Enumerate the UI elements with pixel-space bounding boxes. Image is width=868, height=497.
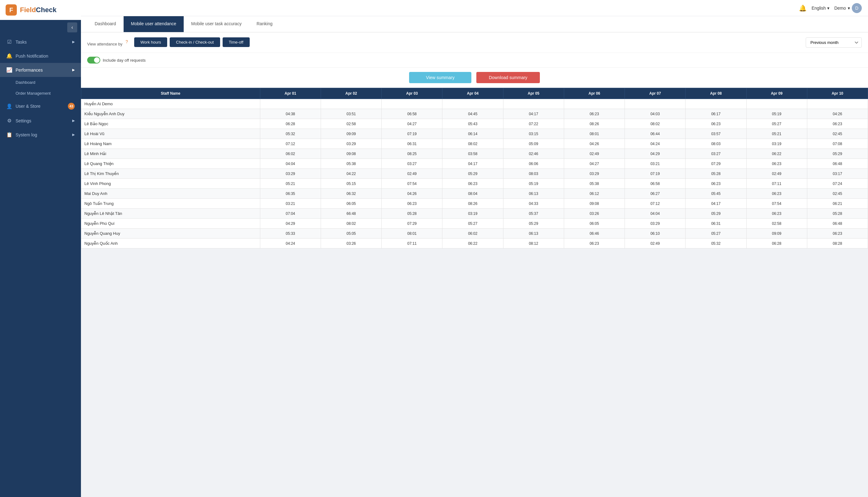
staff-name-cell: Nguyễn Quốc Anh — [81, 239, 260, 248]
staff-name-cell: Lê Thị Kim Thuyền — [81, 169, 260, 179]
attendance-cell: 03:51 — [321, 109, 381, 119]
attendance-cell: 04:29 — [260, 218, 321, 229]
sidebar-collapse-button[interactable]: ‹ — [67, 23, 77, 32]
attendance-cell: 05:43 — [443, 119, 503, 129]
sidebar-item-system-log[interactable]: 📋 System log ▶ — [0, 128, 81, 142]
attendance-cell — [260, 99, 321, 109]
attendance-cell: 06:23 — [807, 119, 868, 129]
notification-icon[interactable]: 🔔 — [799, 4, 807, 12]
filter-btn-time-off[interactable]: Time-off — [222, 37, 250, 47]
table-row: Lê Bảo Ngọc06:2802:5804:2705:4307:2208:2… — [81, 119, 868, 129]
col-header-apr-07: Apr 07 — [625, 88, 685, 99]
attendance-cell: 07:54 — [382, 179, 443, 189]
sidebar-item-performances[interactable]: 📈 Performances ▶ — [0, 63, 81, 77]
attendance-cell: 07:11 — [382, 239, 443, 248]
view-summary-button[interactable]: View summary — [409, 72, 471, 83]
staff-name-cell: Huyền Ai Demo — [81, 99, 260, 109]
attendance-cell: 08:01 — [564, 129, 624, 139]
attendance-cell: 02:45 — [807, 129, 868, 139]
attendance-cell: 03:29 — [625, 218, 685, 229]
sidebar-subitem-order-management[interactable]: Order Management — [0, 88, 81, 99]
attendance-cell: 04:33 — [503, 199, 564, 209]
attendance-cell: 03:27 — [382, 159, 443, 169]
attendance-cell: 04:04 — [625, 209, 685, 218]
col-header-staff-name: Staff Name — [81, 88, 260, 99]
user-menu[interactable]: Demo ▾ D — [834, 3, 862, 13]
performances-icon: 📈 — [6, 67, 12, 73]
filter-btn-check-in-checkout[interactable]: Check-in / Check-out — [170, 37, 220, 47]
attendance-cell: 07:19 — [382, 129, 443, 139]
attendance-cell: 06:46 — [564, 229, 624, 239]
sidebar-subitem-dashboard[interactable]: Dashboard — [0, 77, 81, 88]
tasks-icon: ☑ — [6, 39, 12, 45]
attendance-cell: 07:22 — [503, 119, 564, 129]
attendance-cell: 06:27 — [625, 189, 685, 199]
attendance-cell: 05:21 — [746, 129, 807, 139]
period-select[interactable]: Previous monthThis monthCustom range — [806, 37, 862, 48]
view-by-question-mark: ? — [126, 39, 128, 44]
attendance-cell: 06:22 — [443, 239, 503, 248]
sidebar-item-push-notification[interactable]: 🔔 Push Notification — [0, 49, 81, 63]
tab-mobile-user-task-accuracy[interactable]: Mobile user task accuracy — [184, 16, 249, 32]
attendance-cell: 02:58 — [746, 218, 807, 229]
attendance-cell: 03:57 — [685, 129, 746, 139]
col-header-apr-09: Apr 09 — [746, 88, 807, 99]
sidebar-item-label: Performances — [16, 68, 43, 73]
table-row: Nguyễn Phú Quí04:2908:0207:2905:2705:290… — [81, 218, 868, 229]
col-header-apr-01: Apr 01 — [260, 88, 321, 99]
attendance-cell: 05:21 — [260, 179, 321, 189]
attendance-cell: 02:49 — [382, 169, 443, 179]
attendance-cell: 02:49 — [746, 169, 807, 179]
attendance-cell: 06:23 — [746, 209, 807, 218]
sidebar-item-settings[interactable]: ⚙ Settings ▶ — [0, 114, 81, 128]
attendance-cell: 06:35 — [260, 189, 321, 199]
summary-buttons-row: View summary Download summary — [81, 68, 868, 88]
attendance-table: Staff NameApr 01Apr 02Apr 03Apr 04Apr 05… — [81, 88, 868, 248]
table-row: Huyền Ai Demo — [81, 99, 868, 109]
attendance-cell: 04:04 — [260, 159, 321, 169]
attendance-cell: 02:45 — [807, 189, 868, 199]
include-dayoff-toggle[interactable] — [87, 57, 100, 63]
filter-area: View attendance by ? Work hoursCheck-in … — [81, 32, 868, 53]
attendance-cell: 06:58 — [382, 109, 443, 119]
attendance-cell: 09:09 — [746, 229, 807, 239]
nav-arrow-settings: ▶ — [72, 119, 75, 123]
table-row: Nguyễn Quang Huy05:3305:0508:0106:0206:1… — [81, 229, 868, 239]
attendance-cell: 07:12 — [625, 199, 685, 209]
attendance-cell: 06:23 — [685, 119, 746, 129]
tab-ranking[interactable]: Ranking — [249, 16, 280, 32]
attendance-cell: 03:26 — [564, 209, 624, 218]
attendance-cell: 07:12 — [260, 139, 321, 149]
sidebar-item-tasks[interactable]: ☑ Tasks ▶ — [0, 35, 81, 49]
attendance-cell: 03:27 — [685, 149, 746, 159]
attendance-cell: 07:11 — [746, 179, 807, 189]
staff-name-cell: Lê Vinh Phong — [81, 179, 260, 189]
staff-name-cell: Lê Hoàng Nam — [81, 139, 260, 149]
sidebar-item-user-store[interactable]: 👤 User & Store 43 — [0, 99, 81, 114]
staff-name-cell: Nguyễn Quang Huy — [81, 229, 260, 239]
staff-name-cell: Mai Duy Anh — [81, 189, 260, 199]
attendance-cell: 06:13 — [503, 229, 564, 239]
attendance-cell: 05:29 — [443, 169, 503, 179]
sidebar: F FieldCheck ‹ ☑ Tasks ▶🔔 Push Notificat… — [0, 0, 81, 497]
col-header-apr-02: Apr 02 — [321, 88, 381, 99]
attendance-cell: 07:29 — [685, 159, 746, 169]
language-selector[interactable]: English ▾ — [812, 5, 829, 11]
attendance-cell: 04:38 — [260, 109, 321, 119]
main-content: 🔔 English ▾ Demo ▾ D DashboardMobile use… — [81, 0, 868, 497]
attendance-cell: 05:32 — [260, 129, 321, 139]
logo-text: FieldCheck — [20, 6, 56, 14]
table-row: Kiều Nguyễn Anh Duy04:3803:5106:5804:450… — [81, 109, 868, 119]
attendance-cell: 04:45 — [443, 109, 503, 119]
tab-mobile-user-attendance[interactable]: Mobile user attendance — [124, 16, 184, 32]
attendance-cell: 06:23 — [443, 179, 503, 189]
attendance-cell: 07:04 — [260, 209, 321, 218]
attendance-cell: 03:19 — [746, 139, 807, 149]
attendance-cell: 06:14 — [443, 129, 503, 139]
staff-name-cell: Lê Bảo Ngọc — [81, 119, 260, 129]
attendance-cell — [564, 99, 624, 109]
download-summary-button[interactable]: Download summary — [476, 72, 540, 83]
tab-dashboard[interactable]: Dashboard — [87, 16, 124, 32]
filter-btn-work-hours[interactable]: Work hours — [134, 37, 167, 47]
table-row: Ngô Tuấn Trung03:2106:0506:2308:2604:330… — [81, 199, 868, 209]
